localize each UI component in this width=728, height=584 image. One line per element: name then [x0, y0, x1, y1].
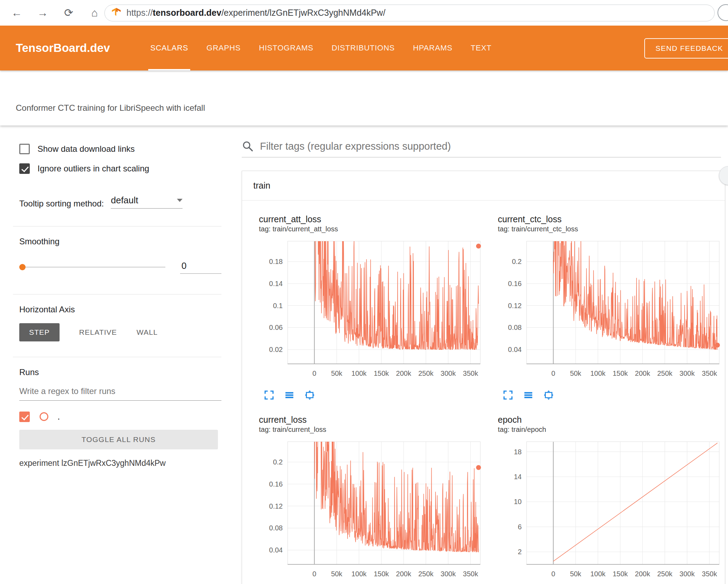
- data-table-icon[interactable]: [523, 386, 534, 400]
- tab-histograms[interactable]: HISTOGRAMS: [259, 26, 314, 70]
- svg-text:0.12: 0.12: [508, 302, 522, 310]
- tag-filter-input[interactable]: [260, 141, 721, 152]
- svg-text:250k: 250k: [418, 369, 434, 377]
- smoothing-value-input[interactable]: [180, 260, 221, 274]
- chart-plot-current_ctc_loss[interactable]: 0.040.080.120.160.2050k100k150k200k250k3…: [492, 238, 723, 381]
- divider: [13, 294, 221, 294]
- svg-text:0: 0: [551, 570, 555, 578]
- tab-hparams[interactable]: HPARAMS: [413, 26, 453, 70]
- svg-text:250k: 250k: [657, 570, 673, 578]
- charts-grid: current_att_losstag: train/current_att_l…: [242, 201, 725, 584]
- runs-label: Runs: [19, 367, 221, 377]
- ignore-outliers-checkbox[interactable]: [19, 163, 30, 174]
- fullscreen-icon[interactable]: [503, 386, 513, 400]
- chart-plot-current_att_loss[interactable]: 0.020.060.10.140.18050k100k150k200k250k3…: [253, 238, 484, 381]
- run-checkbox[interactable]: [19, 412, 30, 422]
- search-icon: [242, 140, 254, 152]
- back-icon[interactable]: ←: [11, 7, 23, 19]
- svg-text:0.2: 0.2: [512, 258, 522, 265]
- send-feedback-button[interactable]: SEND FEEDBACK: [644, 38, 728, 59]
- tooltip-sorting-label: Tooltip sorting method:: [19, 199, 104, 209]
- svg-text:0.08: 0.08: [269, 524, 283, 532]
- toggle-all-runs-button[interactable]: TOGGLE ALL RUNS: [19, 430, 218, 449]
- url-text: https://tensorboard.dev/experiment/lzGnE…: [126, 8, 385, 18]
- svg-text:14: 14: [514, 473, 522, 481]
- tooltip-sorting-value: default: [111, 195, 138, 206]
- svg-text:50k: 50k: [331, 369, 343, 377]
- chart-toolbar-current_att_loss: [264, 386, 484, 400]
- content: Show data download links Ignore outliers…: [0, 125, 728, 584]
- chart-card-current_att_loss: current_att_losstag: train/current_att_l…: [253, 214, 484, 414]
- chart-title-current_att_loss: current_att_loss: [253, 214, 484, 224]
- svg-text:300k: 300k: [680, 369, 695, 377]
- browser-avatar-partial[interactable]: [717, 4, 728, 21]
- chart-plot-epoch[interactable]: 26101418050k100k150k200k250k300k350k: [492, 438, 723, 582]
- svg-text:350k: 350k: [463, 369, 478, 377]
- experiment-bar: Conformer CTC training for LibriSpeech w…: [0, 70, 728, 125]
- svg-text:250k: 250k: [657, 369, 673, 377]
- chart-tag-current_ctc_loss: tag: train/current_ctc_loss: [492, 224, 723, 233]
- tab-graphs[interactable]: GRAPHS: [206, 26, 241, 70]
- header-tabs: SCALARS GRAPHS HISTOGRAMS DISTRIBUTIONS …: [150, 26, 492, 70]
- svg-text:200k: 200k: [635, 570, 650, 578]
- run-name: .: [57, 411, 60, 422]
- svg-text:6: 6: [518, 523, 522, 531]
- tab-text[interactable]: TEXT: [471, 26, 492, 70]
- tab-scalars[interactable]: SCALARS: [150, 26, 188, 70]
- settings-sidebar: Show data download links Ignore outliers…: [0, 125, 231, 584]
- fullscreen-icon[interactable]: [264, 386, 274, 400]
- tooltip-sorting-select[interactable]: default: [111, 195, 183, 209]
- axis-wall-button[interactable]: WALL: [137, 328, 158, 337]
- svg-text:350k: 350k: [463, 570, 478, 578]
- chart-tag-current_loss: tag: train/current_loss: [253, 425, 484, 434]
- app-header: TensorBoard.dev SCALARS GRAPHS HISTOGRAM…: [0, 26, 728, 70]
- ignore-outliers-row: Ignore outliers in chart scaling: [19, 163, 221, 174]
- svg-text:0.06: 0.06: [269, 324, 283, 331]
- reload-icon[interactable]: ⟳: [62, 6, 75, 19]
- run-row: .: [19, 411, 221, 422]
- data-table-icon[interactable]: [284, 386, 295, 400]
- main-area: train current_att_losstag: train/current…: [231, 125, 728, 584]
- experiment-caption: experiment lzGnETjwRxC3yghNMd4kPw: [19, 459, 221, 468]
- smoothing-slider-track[interactable]: [26, 267, 165, 267]
- svg-text:100k: 100k: [590, 570, 606, 578]
- axis-step-button[interactable]: STEP: [19, 323, 60, 341]
- show-download-checkbox[interactable]: [19, 144, 30, 154]
- svg-text:18: 18: [514, 448, 522, 456]
- chart-card-epoch: epochtag: train/epoch26101418050k100k150…: [492, 414, 723, 584]
- app-logo[interactable]: TensorBoard.dev: [16, 41, 110, 55]
- tooltip-sorting-row: Tooltip sorting method: default: [19, 195, 221, 209]
- runs-filter-input[interactable]: [19, 384, 221, 401]
- svg-text:350k: 350k: [702, 369, 717, 377]
- tab-distributions[interactable]: DISTRIBUTIONS: [332, 26, 395, 70]
- url-path: /experiment/lzGnETjwRxC3yghNMd4kPw/: [221, 8, 385, 18]
- fit-domain-icon[interactable]: [304, 386, 315, 400]
- axis-relative-button[interactable]: RELATIVE: [79, 328, 117, 337]
- divider: [13, 357, 221, 357]
- chart-plot-current_loss[interactable]: 0.040.080.120.160.2050k100k150k200k250k3…: [253, 438, 484, 582]
- svg-text:100k: 100k: [351, 369, 367, 377]
- svg-text:0: 0: [551, 369, 555, 377]
- svg-text:0: 0: [313, 369, 316, 377]
- address-bar[interactable]: https://tensorboard.dev/experiment/lzGnE…: [104, 5, 715, 21]
- train-section-header[interactable]: train: [242, 171, 725, 201]
- svg-text:0: 0: [313, 570, 316, 578]
- fit-domain-icon[interactable]: [543, 386, 554, 400]
- home-icon[interactable]: ⌂: [88, 7, 101, 19]
- browser-nav: ← → ⟳ ⌂: [0, 6, 101, 19]
- horizontal-axis-buttons: STEP RELATIVE WALL: [19, 323, 221, 341]
- svg-text:300k: 300k: [680, 570, 695, 578]
- chart-tag-current_att_loss: tag: train/current_att_loss: [253, 224, 484, 233]
- svg-text:0.04: 0.04: [508, 346, 522, 353]
- smoothing-slider-handle[interactable]: [19, 264, 26, 270]
- svg-text:300k: 300k: [441, 369, 456, 377]
- svg-text:250k: 250k: [418, 570, 434, 578]
- svg-text:0.16: 0.16: [508, 280, 522, 287]
- svg-text:10: 10: [514, 498, 522, 505]
- forward-icon[interactable]: →: [36, 7, 49, 19]
- url-scheme: https://: [126, 8, 153, 18]
- svg-text:0.08: 0.08: [508, 324, 522, 331]
- svg-text:0.14: 0.14: [269, 280, 283, 287]
- train-section-title: train: [253, 181, 270, 191]
- show-download-row: Show data download links: [19, 144, 221, 154]
